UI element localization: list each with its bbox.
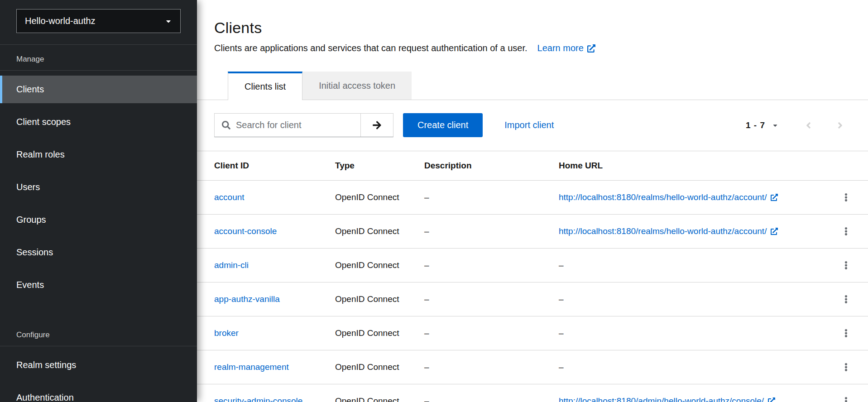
client-type: OpenID Connect — [335, 384, 424, 402]
sidebar-item-events[interactable]: Events — [0, 271, 197, 299]
client-description: – — [424, 282, 559, 316]
pagination-top: 1 - 7 — [746, 115, 850, 135]
row-actions-kebab-button[interactable] — [836, 324, 855, 343]
tab-clients-list[interactable]: Clients list — [228, 72, 302, 100]
client-type: OpenID Connect — [335, 215, 424, 249]
sidebar-item-client-scopes[interactable]: Client scopes — [0, 108, 197, 136]
chevron-right-icon — [837, 120, 844, 130]
home-url-empty: – — [559, 316, 836, 350]
pagination-prev-button[interactable] — [798, 115, 818, 135]
caret-down-icon — [165, 18, 172, 25]
kebab-icon — [844, 259, 848, 271]
table-row: account OpenID Connect – http://localhos… — [197, 181, 868, 215]
column-header-actions — [836, 151, 868, 181]
kebab-icon — [844, 293, 848, 305]
table-row: account-console OpenID Connect – http://… — [197, 215, 868, 249]
chevron-left-icon — [805, 120, 812, 130]
search-group — [214, 113, 393, 137]
page-header: Clients Clients are applications and ser… — [197, 0, 868, 53]
home-url-link[interactable]: http://localhost:8180/realms/hello-world… — [559, 226, 778, 236]
row-actions-kebab-button[interactable] — [836, 222, 855, 241]
external-link-icon — [771, 194, 778, 201]
row-actions-kebab-button[interactable] — [836, 290, 855, 309]
pagination-next-button[interactable] — [830, 115, 850, 135]
nav-section-configure: Configure Realm settings Authentication — [0, 321, 197, 402]
home-url-empty: – — [559, 249, 836, 282]
client-type: OpenID Connect — [335, 350, 424, 384]
client-type: OpenID Connect — [335, 282, 424, 316]
pagination-range-dropdown[interactable]: 1 - 7 — [746, 120, 778, 130]
caret-down-icon — [772, 122, 778, 129]
row-actions-kebab-button[interactable] — [836, 358, 855, 377]
client-id-link[interactable]: broker — [214, 328, 239, 338]
client-description: – — [424, 249, 559, 282]
external-link-icon — [771, 228, 778, 235]
column-header-description[interactable]: Description — [424, 151, 559, 181]
external-link-icon — [587, 44, 595, 53]
toolbar: Create client Import client 1 - 7 — [197, 100, 868, 151]
client-id-link[interactable]: security-admin-console — [214, 396, 302, 402]
kebab-icon — [844, 225, 848, 237]
tab-strip: Clients list Initial access token — [197, 72, 868, 100]
create-client-button[interactable]: Create client — [403, 113, 483, 137]
page-description: Clients are applications and services th… — [214, 43, 528, 53]
realm-selector-dropdown[interactable]: Hello-world-authz — [16, 9, 181, 33]
client-id-link[interactable]: admin-cli — [214, 260, 249, 270]
client-description: – — [424, 316, 559, 350]
client-type: OpenID Connect — [335, 181, 424, 215]
sidebar-item-users[interactable]: Users — [0, 173, 197, 201]
table-header-row: Client ID Type Description Home URL — [197, 151, 868, 181]
home-url-link[interactable]: http://localhost:8180/admin/hello-world-… — [559, 396, 775, 402]
sidebar-masthead: Hello-world-authz — [0, 0, 197, 45]
search-icon — [222, 121, 230, 129]
column-header-client-id[interactable]: Client ID — [197, 151, 335, 181]
home-url-empty: – — [559, 350, 836, 384]
learn-more-link[interactable]: Learn more — [537, 43, 595, 53]
row-actions-kebab-button[interactable] — [836, 392, 855, 402]
arrow-right-icon — [372, 120, 382, 130]
table-row: security-admin-console OpenID Connect – … — [197, 384, 868, 402]
kebab-icon — [844, 191, 848, 203]
sidebar-item-realm-roles[interactable]: Realm roles — [0, 141, 197, 168]
sidebar-item-authentication[interactable]: Authentication — [0, 384, 197, 402]
client-id-link[interactable]: account — [214, 192, 245, 202]
row-actions-kebab-button[interactable] — [836, 256, 855, 275]
sidebar-item-groups[interactable]: Groups — [0, 206, 197, 234]
table-row: broker OpenID Connect – – — [197, 316, 868, 350]
row-actions-kebab-button[interactable] — [836, 188, 855, 207]
table-row: admin-cli OpenID Connect – – — [197, 249, 868, 282]
client-id-link[interactable]: realm-management — [214, 362, 289, 372]
kebab-icon — [844, 327, 848, 339]
client-type: OpenID Connect — [335, 316, 424, 350]
table-row: app-authz-vanilla OpenID Connect – – — [197, 282, 868, 316]
sidebar-item-sessions[interactable]: Sessions — [0, 239, 197, 266]
client-description: – — [424, 215, 559, 249]
home-url-empty: – — [559, 282, 836, 316]
nav-section-title-configure: Configure — [0, 321, 197, 346]
client-description: – — [424, 350, 559, 384]
column-header-type[interactable]: Type — [335, 151, 424, 181]
search-submit-button[interactable] — [360, 114, 393, 137]
home-url-link[interactable]: http://localhost:8180/realms/hello-world… — [559, 192, 778, 202]
client-id-link[interactable]: app-authz-vanilla — [214, 294, 280, 304]
client-description: – — [424, 181, 559, 215]
sidebar-item-clients[interactable]: Clients — [0, 76, 197, 103]
sidebar-item-realm-settings[interactable]: Realm settings — [0, 351, 197, 379]
search-input[interactable] — [236, 120, 355, 130]
external-link-icon — [768, 397, 775, 402]
kebab-icon — [844, 395, 848, 402]
page-title: Clients — [214, 19, 851, 37]
main-content: Clients Clients are applications and ser… — [197, 0, 868, 402]
nav-section-title-manage: Manage — [0, 45, 197, 71]
import-client-link[interactable]: Import client — [504, 120, 554, 130]
table-row: realm-management OpenID Connect – – — [197, 350, 868, 384]
nav-section-manage: Manage Clients Client scopes Realm roles… — [0, 45, 197, 299]
realm-selector-label: Hello-world-authz — [25, 16, 96, 26]
clients-table: Client ID Type Description Home URL acco… — [197, 151, 868, 402]
pagination-range-label: 1 - 7 — [746, 120, 765, 130]
client-description: – — [424, 384, 559, 402]
column-header-home-url[interactable]: Home URL — [559, 151, 836, 181]
sidebar-nav: Hello-world-authz Manage Clients Client … — [0, 0, 197, 402]
client-id-link[interactable]: account-console — [214, 226, 277, 236]
tab-initial-access-token[interactable]: Initial access token — [302, 72, 412, 100]
